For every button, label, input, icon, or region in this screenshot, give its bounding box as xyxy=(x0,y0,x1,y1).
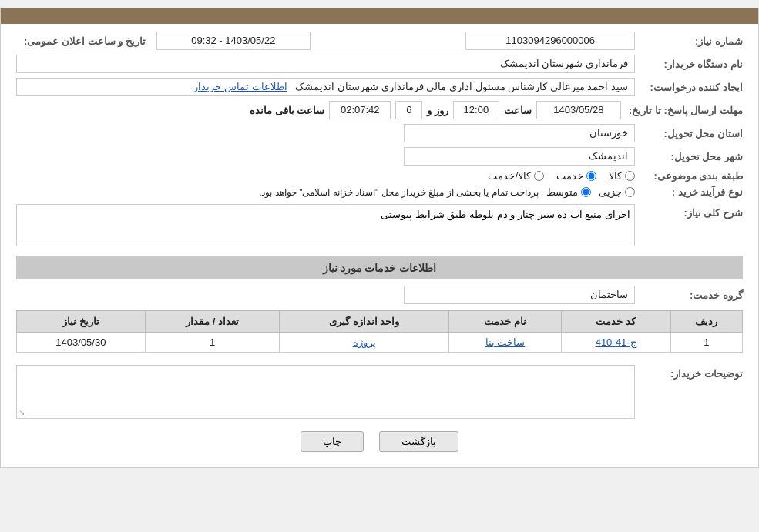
category-label: طبقه بندی موضوعی: xyxy=(635,170,743,182)
purchase-type-label: نوع فرآیند خرید : xyxy=(635,186,743,198)
service-code-link[interactable]: ج-41-410 xyxy=(596,336,636,348)
page-header xyxy=(1,8,758,24)
requester-value: سید احمد میرعالی کارشناس مسئول اداری مال… xyxy=(16,78,635,96)
general-desc-row: شرح کلی نیاز: xyxy=(16,204,743,249)
province-value: خوزستان xyxy=(404,124,635,142)
col-service-code: کد خدمت xyxy=(561,311,670,333)
service-table: ردیف کد خدمت نام خدمت واحد اندازه گیری ت… xyxy=(16,310,743,353)
service-group-label: گروه خدمت: xyxy=(635,289,743,301)
province-label: استان محل تحویل: xyxy=(635,128,743,139)
purchase-note: پرداخت تمام یا بخشی از مبلغ خریداز محل "… xyxy=(259,187,539,198)
buyer-org-row: نام دستگاه خریدار: فرمانداری شهرستان اند… xyxy=(16,55,743,73)
send-days-label: روز و xyxy=(427,105,448,116)
general-desc-label: شرح کلی نیاز: xyxy=(635,207,743,219)
services-section-header: اطلاعات خدمات مورد نیاز xyxy=(16,256,743,279)
city-label: شهر محل تحویل: xyxy=(635,151,743,162)
send-deadline-label: مهلت ارسال پاسخ: تا تاریخ: xyxy=(621,105,743,116)
back-button[interactable]: بازگشت xyxy=(379,431,458,452)
requester-label: ایجاد کننده درخواست: xyxy=(635,82,743,93)
service-group-value: ساختمان xyxy=(404,286,635,304)
buyer-desc-label: توضیحات خریدار: xyxy=(635,368,743,380)
announce-value: 1403/05/22 - 09:32 xyxy=(156,32,311,50)
col-row-num: ردیف xyxy=(670,311,742,333)
send-deadline-row: مهلت ارسال پاسخ: تا تاریخ: 1403/05/28 سا… xyxy=(16,101,743,119)
purchase-jozii: جزیی xyxy=(599,186,635,198)
purchase-mottavaset-radio[interactable] xyxy=(581,187,591,197)
category-radio-group: کالا/خدمت خدمت کالا xyxy=(488,170,635,182)
send-time-value: 12:00 xyxy=(453,101,499,119)
province-row: استان محل تحویل: خوزستان xyxy=(16,124,743,142)
city-value: اندیمشک xyxy=(404,147,635,166)
category-kala: کالا xyxy=(609,170,635,182)
category-khedmat: خدمت xyxy=(556,170,596,182)
general-desc-textarea[interactable] xyxy=(16,204,635,246)
table-row: 1 ج-41-410 ساخت بنا پروژه 1 1403/05/30 xyxy=(17,333,743,353)
cell-quantity: 1 xyxy=(145,333,279,353)
col-date: تاریخ نیاز xyxy=(17,311,146,333)
print-button[interactable]: چاپ xyxy=(301,431,364,452)
need-number-row: شماره نیاز: 1103094296000006 1403/05/22 … xyxy=(16,32,743,50)
service-table-body: 1 ج-41-410 ساخت بنا پروژه 1 1403/05/30 xyxy=(17,333,743,353)
service-group-row: گروه خدمت: ساختمان xyxy=(16,286,743,304)
service-table-head: ردیف کد خدمت نام خدمت واحد اندازه گیری ت… xyxy=(17,311,743,333)
category-kala-radio[interactable] xyxy=(625,171,635,181)
announce-label: تاریخ و ساعت اعلان عمومی: xyxy=(16,35,152,47)
unit-link[interactable]: پروژه xyxy=(353,336,376,348)
send-deadline-fields: 1403/05/28 ساعت 12:00 روز و 6 02:07:42 س… xyxy=(250,101,621,119)
content-area: شماره نیاز: 1103094296000006 1403/05/22 … xyxy=(1,24,758,467)
send-time-label: ساعت xyxy=(504,105,532,116)
send-days-value: 6 xyxy=(395,101,422,119)
need-number-value: 1103094296000006 xyxy=(465,32,635,50)
requester-row: ایجاد کننده درخواست: سید احمد میرعالی کا… xyxy=(16,78,743,96)
need-number-label: شماره نیاز: xyxy=(635,35,743,47)
cell-unit: پروژه xyxy=(280,333,449,353)
resize-icon: ↘ xyxy=(18,408,25,417)
buyer-desc-area: ↘ xyxy=(16,365,635,419)
contact-link[interactable]: اطلاعات تماس خریدار xyxy=(193,81,287,92)
requester-text: سید احمد میرعالی کارشناس مسئول اداری مال… xyxy=(295,81,628,92)
col-quantity: تعداد / مقدار xyxy=(145,311,279,333)
buyer-desc-row: توضیحات خریدار: ↘ xyxy=(16,365,743,419)
send-date-value: 1403/05/28 xyxy=(536,101,621,119)
purchase-jozii-radio[interactable] xyxy=(625,187,635,197)
category-kala-khedmat-radio[interactable] xyxy=(534,171,544,181)
purchase-mottavaset: متوسط xyxy=(546,186,591,198)
category-row: طبقه بندی موضوعی: کالا/خدمت خدمت کالا xyxy=(16,170,743,182)
col-unit: واحد اندازه گیری xyxy=(280,311,449,333)
col-service-name: نام خدمت xyxy=(449,311,562,333)
purchase-type-row: نوع فرآیند خرید : پرداخت تمام یا بخشی از… xyxy=(16,186,743,198)
city-row: شهر محل تحویل: اندیمشک xyxy=(16,147,743,166)
buyer-org-label: نام دستگاه خریدار: xyxy=(635,59,743,70)
cell-date: 1403/05/30 xyxy=(17,333,146,353)
cell-service-name: ساخت بنا xyxy=(449,333,562,353)
buyer-org-value: فرمانداری شهرستان اندیمشک xyxy=(16,55,635,73)
button-bar: بازگشت چاپ xyxy=(16,431,743,452)
cell-row-num: 1 xyxy=(670,333,742,353)
purchase-type-group: پرداخت تمام یا بخشی از مبلغ خریداز محل "… xyxy=(259,186,635,198)
send-remaining-value: 02:07:42 xyxy=(329,101,391,119)
cell-service-code: ج-41-410 xyxy=(561,333,670,353)
service-name-link[interactable]: ساخت بنا xyxy=(485,336,526,348)
send-remaining-label: ساعت باقی مانده xyxy=(250,105,324,116)
category-khedmat-radio[interactable] xyxy=(586,171,596,181)
page-container: شماره نیاز: 1103094296000006 1403/05/22 … xyxy=(0,8,759,468)
category-kala-khedmat: کالا/خدمت xyxy=(488,170,544,182)
